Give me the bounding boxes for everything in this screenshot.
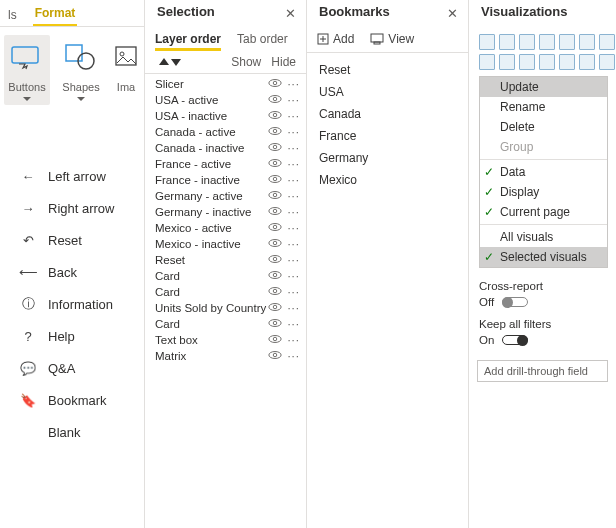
visibility-icon[interactable] [268,142,282,154]
vis-type-icon[interactable] [539,34,555,50]
more-icon[interactable]: ··· [287,238,300,250]
selection-item[interactable]: Card··· [155,284,300,300]
vis-type-icon[interactable] [579,54,595,70]
insert-reset[interactable]: ↶Reset [16,224,144,256]
visibility-icon[interactable] [268,334,282,346]
bookmark-item[interactable]: France [317,125,458,147]
insert-left-arrow[interactable]: ←Left arrow [16,160,144,192]
ctx-selected-visuals[interactable]: ✓Selected visuals [480,247,607,267]
cross-report-toggle[interactable] [502,297,528,307]
more-icon[interactable]: ··· [287,302,300,314]
show-all[interactable]: Show [231,55,261,69]
insert-right-arrow[interactable]: →Right arrow [16,192,144,224]
ctx-delete[interactable]: Delete [480,117,607,137]
close-icon[interactable]: ✕ [447,6,458,21]
ribbon-shapes[interactable]: Shapes [58,35,104,105]
ribbon-tab-prev[interactable]: ls [6,4,19,26]
visibility-icon[interactable] [268,286,282,298]
visibility-icon[interactable] [268,270,282,282]
visibility-icon[interactable] [268,110,282,122]
bookmark-item[interactable]: USA [317,81,458,103]
selection-item[interactable]: Reset··· [155,252,300,268]
insert-qa[interactable]: 💬Q&A [16,352,144,384]
selection-item[interactable]: Card··· [155,268,300,284]
more-icon[interactable]: ··· [287,126,300,138]
visibility-icon[interactable] [268,174,282,186]
more-icon[interactable]: ··· [287,94,300,106]
vis-type-icon[interactable] [499,34,515,50]
visibility-icon[interactable] [268,190,282,202]
bookmark-item[interactable]: Reset [317,59,458,81]
more-icon[interactable]: ··· [287,174,300,186]
more-icon[interactable]: ··· [287,110,300,122]
vis-type-icon[interactable] [559,34,575,50]
visibility-icon[interactable] [268,222,282,234]
more-icon[interactable]: ··· [287,190,300,202]
vis-type-icon[interactable] [519,34,535,50]
selection-item[interactable]: Slicer··· [155,76,300,92]
visibility-icon[interactable] [268,302,282,314]
close-icon[interactable]: ✕ [285,6,296,21]
sort-down-icon[interactable] [171,58,181,66]
more-icon[interactable]: ··· [287,254,300,266]
vis-type-icon[interactable] [539,54,555,70]
tab-tab-order[interactable]: Tab order [237,30,288,51]
visibility-icon[interactable] [268,206,282,218]
visibility-icon[interactable] [268,126,282,138]
bookmark-item[interactable]: Canada [317,103,458,125]
vis-type-icon[interactable] [559,54,575,70]
bookmark-view[interactable]: View [370,32,414,46]
more-icon[interactable]: ··· [287,158,300,170]
more-icon[interactable]: ··· [287,206,300,218]
selection-item[interactable]: USA - active··· [155,92,300,108]
vis-type-icon[interactable] [479,54,495,70]
bookmark-add[interactable]: Add [317,32,354,46]
selection-item[interactable]: Canada - active··· [155,124,300,140]
selection-item[interactable]: Germany - active··· [155,188,300,204]
selection-item[interactable]: France - active··· [155,156,300,172]
insert-help[interactable]: ?Help [16,320,144,352]
vis-type-icon[interactable] [479,34,495,50]
more-icon[interactable]: ··· [287,350,300,362]
selection-item[interactable]: Germany - inactive··· [155,204,300,220]
selection-item[interactable]: USA - inactive··· [155,108,300,124]
selection-item[interactable]: Card··· [155,316,300,332]
insert-back[interactable]: ⟵Back [16,256,144,288]
ctx-current-page[interactable]: ✓Current page [480,202,607,222]
more-icon[interactable]: ··· [287,142,300,154]
drill-through-field[interactable]: Add drill-through field [477,360,608,382]
ribbon-buttons[interactable]: Buttons [4,35,50,105]
selection-item[interactable]: Text box··· [155,332,300,348]
ctx-rename[interactable]: Rename [480,97,607,117]
ribbon-tab-format[interactable]: Format [33,2,78,26]
visibility-icon[interactable] [268,158,282,170]
keep-filters-toggle[interactable] [502,335,528,345]
hide-all[interactable]: Hide [271,55,296,69]
selection-item[interactable]: Mexico - active··· [155,220,300,236]
more-icon[interactable]: ··· [287,286,300,298]
insert-blank[interactable]: Blank [16,416,144,448]
bookmark-item[interactable]: Germany [317,147,458,169]
vis-type-icon[interactable] [499,54,515,70]
vis-type-icon[interactable] [579,34,595,50]
more-icon[interactable]: ··· [287,318,300,330]
more-icon[interactable]: ··· [287,78,300,90]
selection-item[interactable]: France - inactive··· [155,172,300,188]
ribbon-image[interactable]: Ima [112,35,140,105]
ctx-data[interactable]: ✓Data [480,162,607,182]
vis-type-icon[interactable] [599,34,615,50]
ctx-all-visuals[interactable]: All visuals [480,227,607,247]
visibility-icon[interactable] [268,254,282,266]
selection-item[interactable]: Matrix··· [155,348,300,364]
vis-type-icon[interactable] [599,54,615,70]
more-icon[interactable]: ··· [287,334,300,346]
ctx-update[interactable]: Update [480,77,607,97]
selection-item[interactable]: Mexico - inactive··· [155,236,300,252]
selection-item[interactable]: Units Sold by Country··· [155,300,300,316]
visibility-icon[interactable] [268,94,282,106]
vis-type-icon[interactable] [519,54,535,70]
more-icon[interactable]: ··· [287,222,300,234]
visibility-icon[interactable] [268,350,282,362]
ctx-display[interactable]: ✓Display [480,182,607,202]
insert-information[interactable]: ⓘInformation [16,288,144,320]
